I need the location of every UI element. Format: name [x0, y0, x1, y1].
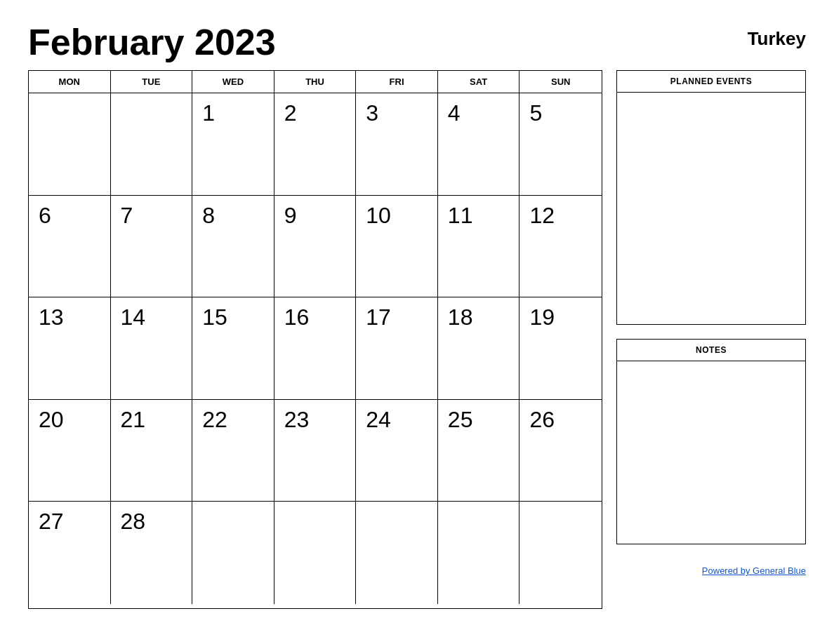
day-header-mon: MON: [29, 71, 111, 93]
calendar-cell: [274, 502, 357, 604]
powered-by-link[interactable]: Powered by General Blue: [702, 565, 806, 576]
calendar: MONTUEWEDTHUFRISATSUN 123456789101112131…: [28, 70, 602, 609]
calendar-cell: 18: [438, 297, 520, 400]
calendar-cell: 19: [519, 297, 602, 400]
calendar-cell: 2: [274, 93, 357, 196]
calendar-cell: 9: [274, 196, 357, 298]
calendar-cell: 23: [274, 400, 357, 502]
calendar-cell: 17: [356, 297, 438, 400]
calendar-cell: 21: [111, 400, 193, 502]
calendar-cell: 4: [438, 93, 520, 196]
calendar-cell: 3: [356, 93, 438, 196]
calendar-cell: 25: [438, 400, 520, 502]
calendar-cell: [111, 93, 193, 196]
page-header: February 2023 Turkey: [28, 21, 806, 63]
sidebar: PLANNED EVENTS NOTES Powered by General …: [616, 70, 806, 609]
calendar-cell: 11: [438, 196, 520, 298]
notes-box: NOTES: [616, 339, 806, 544]
day-header-sun: SUN: [519, 71, 602, 93]
calendar-cell: [519, 502, 602, 604]
powered-by: Powered by General Blue: [616, 565, 806, 576]
day-header-sat: SAT: [438, 71, 520, 93]
country-title: Turkey: [748, 21, 806, 50]
calendar-cell: [438, 502, 520, 604]
calendar-cell: 15: [192, 297, 274, 400]
calendar-cell: 14: [111, 297, 193, 400]
calendar-cell: 6: [29, 196, 111, 298]
calendar-cell: 27: [29, 502, 111, 604]
notes-header: NOTES: [617, 340, 805, 361]
calendar-cell: 7: [111, 196, 193, 298]
calendar-cell: 24: [356, 400, 438, 502]
calendar-body: 1234567891011121314151617181920212223242…: [29, 93, 602, 604]
planned-events-box: PLANNED EVENTS: [616, 70, 806, 325]
day-header-thu: THU: [274, 71, 357, 93]
planned-events-header: PLANNED EVENTS: [617, 71, 805, 93]
day-header-tue: TUE: [111, 71, 193, 93]
month-title: February 2023: [28, 21, 276, 63]
planned-events-content: [617, 93, 805, 324]
calendar-cell: 1: [192, 93, 274, 196]
main-content: MONTUEWEDTHUFRISATSUN 123456789101112131…: [28, 70, 806, 609]
calendar-header: MONTUEWEDTHUFRISATSUN: [29, 71, 602, 93]
notes-content: [617, 361, 805, 544]
calendar-cell: 8: [192, 196, 274, 298]
calendar-cell: 26: [519, 400, 602, 502]
calendar-cell: [192, 502, 274, 604]
calendar-cell: 22: [192, 400, 274, 502]
calendar-cell: 5: [519, 93, 602, 196]
calendar-cell: 16: [274, 297, 357, 400]
calendar-cell: 13: [29, 297, 111, 400]
calendar-cell: 10: [356, 196, 438, 298]
calendar-cell: 20: [29, 400, 111, 502]
calendar-cell: [29, 93, 111, 196]
day-header-fri: FRI: [356, 71, 438, 93]
calendar-cell: [356, 502, 438, 604]
calendar-cell: 12: [519, 196, 602, 298]
day-header-wed: WED: [192, 71, 274, 93]
calendar-cell: 28: [111, 502, 193, 604]
